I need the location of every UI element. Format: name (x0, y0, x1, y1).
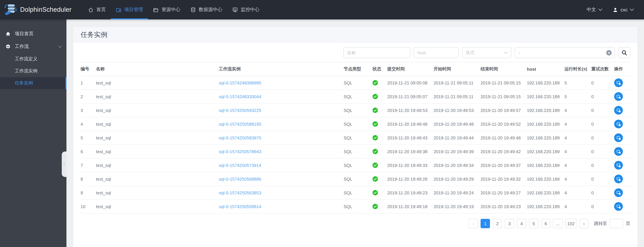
nav-item-首页[interactable]: 首页 (83, 0, 111, 19)
view-log-button[interactable] (614, 106, 623, 115)
page-button-102[interactable]: 102 (565, 219, 576, 228)
sidebar-menu: 项目首页工作流工作流定义工作流实例任务实例 (0, 19, 66, 89)
view-log-button[interactable] (614, 78, 623, 87)
view-log-button[interactable] (614, 188, 623, 197)
page-button-3[interactable]: 3 (505, 219, 514, 228)
sidebar-item-工作流[interactable]: 工作流 (0, 40, 66, 53)
state-cell (372, 131, 387, 145)
workflow-instance-cell: sql-0-1574250558814 (219, 200, 344, 213)
success-status-icon (372, 190, 387, 195)
sidebar-collapse-handle[interactable]: ‹ (62, 152, 66, 177)
task-name: test_sql (96, 186, 219, 200)
view-log-button[interactable] (614, 147, 623, 156)
nav-item-资源中心[interactable]: 资源中心 (148, 0, 185, 19)
next-page-button[interactable]: › (579, 219, 589, 228)
view-log-button[interactable] (614, 175, 623, 183)
host-filter-input[interactable] (414, 47, 459, 58)
workflow-instance-link[interactable]: sql-0-1574250573914 (219, 163, 261, 168)
nav-item-监控中心[interactable]: 监控中心 (227, 0, 264, 19)
success-status-icon (372, 176, 387, 182)
duration: 4 (564, 131, 591, 145)
sidebar-item-任务实例[interactable]: 任务实例 (0, 77, 66, 89)
host: 192.168.220.189 (527, 76, 564, 90)
view-log-button[interactable] (614, 133, 623, 142)
sidebar-item-label: 工作流定义 (15, 56, 38, 62)
column-header-host: host (527, 62, 564, 76)
prev-page-button[interactable]: ‹ (469, 219, 478, 228)
success-status-icon (372, 121, 387, 127)
home-solid-icon (5, 31, 11, 36)
sidebar-item-工作流定义[interactable]: 工作流定义 (0, 53, 66, 65)
column-header-开始时间: 开始时间 (434, 62, 480, 76)
view-log-button[interactable] (614, 202, 623, 211)
sidebar-item-label: 任务实例 (15, 80, 33, 86)
column-header-状态: 状态 (372, 62, 387, 76)
duration: 4 (564, 200, 591, 213)
page-button-6[interactable]: 6 (541, 219, 550, 228)
workflow-instance-link[interactable]: sql-0-1574250593225 (219, 108, 261, 113)
page-button-1[interactable]: 1 (481, 219, 490, 228)
workflow-instance-link[interactable]: sql-0-1574249398995 (219, 80, 261, 85)
page-button-2[interactable]: 2 (493, 219, 502, 228)
operation-cell (614, 145, 630, 158)
workflow-instance-cell: sql-0-1574250583970 (219, 131, 344, 145)
end-time: 2019-11-20 19:49:52 (480, 117, 527, 131)
task-instance-table: 编号名称工作流实例节点类型状态提交时间开始时间结束时间host运行时长(s)重试… (80, 62, 630, 214)
brand[interactable]: DolphinScheduler (0, 3, 72, 16)
operation-cell (614, 186, 630, 200)
clear-icon[interactable] (606, 50, 612, 56)
folder-icon (153, 7, 159, 12)
table-row: 1test_sqlsql-0-1574249398995SQL2019-11-2… (80, 76, 630, 90)
retry-count: 0 (591, 158, 614, 172)
date-range-input[interactable]: - (515, 47, 615, 58)
dolphin-logo-icon (4, 3, 17, 16)
task-name: test_sql (96, 117, 219, 131)
task-name: test_sql (96, 200, 219, 213)
jump-page-input[interactable] (610, 219, 623, 228)
host: 192.168.220.189 (527, 172, 564, 186)
retry-count: 0 (591, 200, 614, 213)
host: 192.168.220.189 (527, 90, 564, 103)
user-menu[interactable]: cxc (612, 7, 634, 12)
node-type: SQL (344, 200, 372, 213)
username-label: cxc (620, 7, 628, 12)
nav-item-数据源中心[interactable]: 数据源中心 (185, 0, 227, 19)
column-header-提交时间: 提交时间 (387, 62, 434, 76)
workflow-instance-link[interactable]: sql-0-1574250578943 (219, 149, 261, 154)
table-row: 9test_sqlsql-0-1574250563853SQL2019-11-2… (80, 186, 630, 200)
workflow-instance-link[interactable]: sql-0-1574250568886 (219, 177, 261, 182)
table-row: 2test_sqlsql-0-1574248333044SQL2019-11-2… (80, 90, 630, 103)
search-button[interactable] (618, 47, 630, 58)
end-time: 2019-11-20 19:49:42 (480, 145, 527, 158)
view-log-button[interactable] (614, 120, 623, 128)
submit-time: 2019-11-20 19:49:28 (387, 172, 434, 186)
sidebar-item-项目首页[interactable]: 项目首页 (0, 27, 66, 40)
page-button-4[interactable]: 4 (517, 219, 526, 228)
submit-time: 2019-11-20 19:49:18 (387, 200, 434, 213)
workflow-instance-link[interactable]: sql-0-1574250558814 (219, 204, 261, 209)
view-log-button[interactable] (614, 92, 623, 101)
workflow-instance-link[interactable]: sql-0-1574250563853 (219, 190, 261, 195)
state-cell (372, 145, 387, 158)
host: 192.168.220.189 (527, 158, 564, 172)
monitor-icon (232, 7, 238, 12)
success-status-icon (372, 108, 387, 113)
language-selector[interactable]: 中文 (586, 7, 602, 13)
state-filter-select[interactable]: 状态 (462, 47, 512, 58)
host: 192.168.220.189 (527, 145, 564, 158)
end-time: 2019-11-20 19:49:27 (480, 186, 527, 200)
nav-item-项目管理[interactable]: 项目管理 (111, 0, 148, 19)
view-log-button[interactable] (614, 161, 623, 170)
submit-time: 2019-11-20 19:49:23 (387, 186, 434, 200)
workflow-instance-link[interactable]: sql-0-1574250583970 (219, 135, 261, 140)
content-card: 任务实例 状态 - (73, 27, 638, 247)
page-ellipsis: ... (553, 219, 562, 228)
column-header-重试次数: 重试次数 (591, 62, 614, 76)
row-id: 3 (80, 103, 96, 117)
workflow-instance-link[interactable]: sql-0-1574248333044 (219, 94, 261, 99)
sidebar-item-工作流实例[interactable]: 工作流实例 (0, 65, 66, 77)
host: 192.168.220.189 (527, 131, 564, 145)
page-button-5[interactable]: 5 (529, 219, 538, 228)
workflow-instance-link[interactable]: sql-0-1574250588195 (219, 121, 261, 127)
name-filter-input[interactable] (343, 47, 410, 58)
